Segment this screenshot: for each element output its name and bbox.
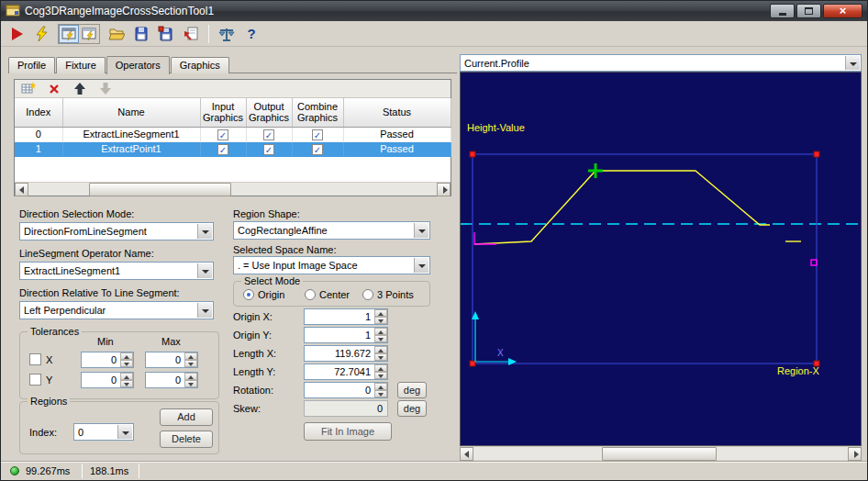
radio-center[interactable] — [305, 289, 316, 300]
radio-center-label: Center — [319, 289, 350, 300]
rotation-deg-button[interactable]: deg — [397, 382, 427, 398]
col-header-name[interactable]: Name — [62, 98, 200, 127]
cell-name: ExtractLineSegment1 — [62, 127, 200, 141]
display-horizontal-scrollbar[interactable] — [460, 446, 862, 460]
tolerance-x-max-field[interactable]: 0 — [145, 352, 198, 368]
checkbox-checked-icon[interactable]: ✓ — [263, 144, 274, 155]
chevron-down-icon[interactable] — [117, 425, 132, 439]
length-x-field[interactable]: 119.672 — [304, 345, 388, 362]
spin-up-button[interactable] — [184, 352, 197, 360]
col-header-combine-graphics[interactable]: Combine Graphics — [292, 98, 343, 127]
spin-up-button[interactable] — [374, 364, 387, 372]
table-row-selected[interactable]: 1 ExtractPoint1 ✓ ✓ ✓ Passed — [15, 141, 451, 156]
checkbox-checked-icon[interactable]: ✓ — [312, 129, 323, 140]
spin-down-button[interactable] — [374, 335, 387, 342]
radio-3points[interactable] — [362, 289, 373, 300]
tolerance-y-max-field[interactable]: 0 — [145, 372, 198, 388]
scroll-right-button[interactable] — [848, 447, 862, 461]
spin-up-button[interactable] — [374, 328, 387, 335]
spin-up-button[interactable] — [374, 309, 387, 317]
chevron-down-icon[interactable] — [197, 303, 212, 318]
record-selector-combo[interactable]: Current.Profile — [460, 54, 862, 72]
profile-display[interactable]: X Height-Value Region-X — [460, 72, 862, 446]
direction-relative-combo[interactable]: Left Perpendicular — [19, 301, 214, 319]
spin-up-button[interactable] — [120, 352, 133, 360]
run-electric-button[interactable] — [30, 24, 52, 44]
grid-horizontal-scrollbar[interactable] — [15, 182, 451, 196]
scroll-left-button[interactable] — [15, 183, 28, 196]
show-result-graphics-button[interactable] — [59, 25, 79, 43]
col-header-input-graphics[interactable]: Input Graphics — [200, 98, 246, 127]
spin-down-button[interactable] — [374, 353, 387, 361]
col-header-output-graphics[interactable]: Output Graphics — [246, 98, 292, 127]
chevron-down-icon[interactable] — [414, 258, 428, 273]
title-bar[interactable]: Cog3DRangeImageCrossSectionTool1 × — [1, 1, 867, 21]
show-input-graphics-button[interactable] — [79, 25, 99, 43]
question-icon: ? — [247, 26, 255, 41]
linesegment-operator-name-combo[interactable]: ExtractLineSegment1 — [19, 262, 214, 280]
checkbox-checked-icon[interactable]: ✓ — [217, 144, 228, 155]
tab-graphics[interactable]: Graphics — [171, 57, 229, 73]
spin-up-button[interactable] — [374, 383, 387, 390]
skew-deg-button[interactable]: deg — [397, 400, 427, 417]
tab-fixture[interactable]: Fixture — [56, 57, 106, 73]
run-button[interactable] — [6, 24, 28, 44]
spin-down-button[interactable] — [184, 360, 197, 367]
col-header-status[interactable]: Status — [343, 98, 451, 127]
spin-down-button[interactable] — [374, 317, 387, 324]
chevron-down-icon[interactable] — [845, 56, 860, 70]
add-operator-button[interactable] — [21, 82, 36, 95]
spin-up-button[interactable] — [184, 373, 197, 380]
spin-down-button[interactable] — [374, 372, 387, 379]
scrollbar-thumb[interactable] — [602, 447, 717, 461]
move-up-button[interactable] — [72, 82, 87, 95]
scroll-right-button[interactable] — [437, 183, 451, 196]
rotation-field[interactable]: 0 — [304, 382, 388, 398]
open-file-button[interactable] — [106, 24, 128, 44]
direction-selection-mode-combo[interactable]: DirectionFromLineSegment — [19, 222, 214, 240]
delete-operator-button[interactable] — [47, 82, 61, 95]
tab-profile[interactable]: Profile — [8, 57, 55, 73]
maximize-button[interactable] — [796, 4, 821, 18]
spin-down-button[interactable] — [120, 360, 133, 367]
chevron-down-icon[interactable] — [414, 223, 428, 238]
spin-down-button[interactable] — [374, 390, 387, 397]
close-button[interactable]: × — [823, 4, 862, 18]
tolerance-x-checkbox[interactable] — [29, 353, 41, 365]
region-shape-combo[interactable]: CogRectangleAffine — [233, 221, 430, 240]
spin-down-button[interactable] — [120, 380, 133, 387]
length-y-field[interactable]: 72.7041 — [304, 364, 388, 380]
delete-region-button[interactable]: Delete — [160, 431, 213, 448]
app-icon — [6, 4, 20, 18]
checkbox-checked-icon[interactable]: ✓ — [312, 144, 323, 155]
help-button[interactable]: ? — [240, 24, 262, 44]
spin-up-button[interactable] — [374, 346, 387, 353]
add-region-button[interactable]: Add — [160, 408, 213, 426]
region-index-combo[interactable]: 0 — [73, 423, 134, 441]
table-row[interactable]: 0 ExtractLineSegment1 ✓ ✓ ✓ Passed — [15, 127, 451, 141]
col-header-index[interactable]: Index — [15, 98, 62, 127]
tab-operators[interactable]: Operators — [106, 56, 170, 74]
origin-y-field[interactable]: 1 — [304, 327, 388, 343]
import-results-button[interactable] — [180, 24, 202, 44]
scroll-left-button[interactable] — [460, 447, 473, 461]
chevron-down-icon[interactable] — [197, 224, 212, 239]
radio-origin[interactable] — [243, 289, 254, 300]
fit-in-image-button[interactable]: Fit In Image — [304, 422, 392, 441]
selected-space-name-combo[interactable]: . = Use Input Image Space — [233, 256, 430, 274]
tolerance-x-min-field[interactable]: 0 — [81, 352, 134, 368]
save-results-button[interactable] — [155, 24, 177, 44]
tolerance-y-checkbox[interactable] — [29, 374, 41, 386]
minimize-button[interactable] — [770, 4, 795, 18]
checkbox-checked-icon[interactable]: ✓ — [217, 129, 228, 140]
spin-down-button[interactable] — [184, 380, 197, 387]
spin-up-button[interactable] — [120, 373, 133, 380]
checkbox-checked-icon[interactable]: ✓ — [263, 129, 274, 140]
measure-button[interactable] — [216, 24, 238, 44]
move-down-button[interactable] — [98, 82, 113, 95]
chevron-down-icon[interactable] — [197, 263, 212, 278]
save-file-button[interactable] — [130, 24, 152, 44]
tolerance-y-min-field[interactable]: 0 — [81, 372, 134, 388]
scrollbar-thumb[interactable] — [89, 183, 231, 196]
origin-x-field[interactable]: 1 — [304, 308, 388, 325]
